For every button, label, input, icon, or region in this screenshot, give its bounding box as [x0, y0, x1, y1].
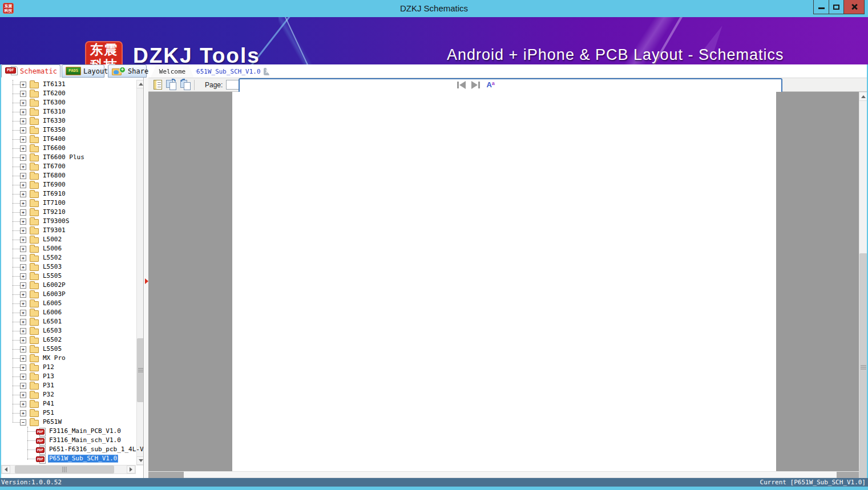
expand-toggle-icon[interactable]: +: [20, 410, 26, 416]
tree-scroll-right-button[interactable]: [127, 465, 135, 473]
tree-folder-row[interactable]: +L5502: [1, 253, 135, 262]
expand-toggle-icon[interactable]: +: [20, 228, 26, 234]
expand-toggle-icon[interactable]: +: [20, 319, 26, 325]
tree-folder-row[interactable]: +P13: [1, 372, 135, 381]
tree-folder-row[interactable]: +IT7100: [1, 199, 135, 208]
single-page-view-button[interactable]: [154, 80, 162, 90]
expand-toggle-icon[interactable]: +: [20, 164, 26, 170]
expand-toggle-icon[interactable]: −: [20, 419, 26, 426]
tree-file-row[interactable]: PDFP651W_Sub_SCH_V1.0: [1, 454, 135, 463]
tree-folder-row[interactable]: +IT6600 Plus: [1, 153, 135, 162]
tree-file-row[interactable]: PDFP651-F6316_sub_pcb_1_4L-V: [1, 445, 135, 454]
tree-folder-row[interactable]: +IT6400: [1, 135, 135, 144]
expand-toggle-icon[interactable]: +: [20, 310, 26, 316]
tree-folder-row[interactable]: +IT9210: [1, 208, 135, 217]
expand-toggle-icon[interactable]: +: [20, 91, 26, 97]
viewer-horizontal-scroll-thumb[interactable]: [148, 472, 184, 478]
viewer-vertical-scroll-thumb[interactable]: [859, 253, 867, 478]
expand-toggle-icon[interactable]: +: [20, 346, 26, 353]
tree-folder-row[interactable]: +IT6131: [1, 80, 135, 89]
tree-folder-row[interactable]: +IT6330: [1, 116, 135, 125]
tree-folder-row[interactable]: −P651W: [1, 418, 135, 427]
title-bar[interactable]: 东震科技 DZKJ Schematics: [0, 0, 868, 17]
close-tab-icon[interactable]: x: [264, 68, 271, 75]
tree-folder-row[interactable]: +IT9301: [1, 226, 135, 235]
tab-share[interactable]: + Share: [108, 64, 147, 78]
doc-tab-welcome[interactable]: Welcome: [151, 65, 194, 78]
minimize-button[interactable]: [813, 0, 829, 14]
tree-scroll-left-button[interactable]: [2, 465, 10, 473]
expand-toggle-icon[interactable]: +: [20, 145, 26, 152]
tree-folder-row[interactable]: +L5002: [1, 235, 135, 244]
tree-folder-row[interactable]: +L6503: [1, 326, 135, 335]
tree-folder-row[interactable]: +P31: [1, 381, 135, 390]
tree-folder-row[interactable]: +IT6350: [1, 125, 135, 135]
tree-folder-row[interactable]: +P41: [1, 399, 135, 408]
tree-vertical-scrollbar[interactable]: [136, 80, 144, 465]
expand-toggle-icon[interactable]: +: [20, 282, 26, 289]
expand-toggle-icon[interactable]: +: [20, 401, 26, 407]
expand-toggle-icon[interactable]: +: [20, 182, 26, 188]
tree-folder-row[interactable]: +P51: [1, 408, 135, 418]
expand-toggle-icon[interactable]: +: [20, 127, 26, 133]
tree-folder-row[interactable]: +IT6300: [1, 98, 135, 107]
tree-folder-row[interactable]: +L5006: [1, 244, 135, 253]
tab-layout[interactable]: PADS Layout: [62, 64, 104, 78]
expand-toggle-icon[interactable]: +: [20, 264, 26, 270]
expand-toggle-icon[interactable]: +: [20, 100, 26, 106]
tree-scroll-down-button[interactable]: [136, 456, 144, 465]
expand-toggle-icon[interactable]: +: [20, 291, 26, 298]
match-case-button[interactable]: Aa: [486, 80, 494, 89]
tree-folder-row[interactable]: +IT6700: [1, 162, 135, 171]
tab-schematic[interactable]: PDF Schematic: [1, 64, 60, 78]
expand-toggle-icon[interactable]: +: [20, 136, 26, 143]
viewer-horizontal-scrollbar[interactable]: [148, 471, 859, 478]
doc-tab-active[interactable]: P651W_Sub_SCH_V1.0 x: [193, 65, 271, 78]
expand-toggle-icon[interactable]: +: [20, 118, 26, 124]
expand-toggle-icon[interactable]: +: [20, 392, 26, 398]
tree-folder-row[interactable]: +L6502: [1, 335, 135, 345]
expand-toggle-icon[interactable]: +: [20, 374, 26, 380]
expand-toggle-icon[interactable]: +: [20, 109, 26, 115]
expand-toggle-icon[interactable]: +: [20, 365, 26, 371]
find-next-button[interactable]: [471, 81, 481, 89]
page-layout-button[interactable]: [166, 80, 176, 90]
tree-folder-row[interactable]: +MX Pro: [1, 354, 135, 363]
tree-folder-row[interactable]: +IT6910: [1, 189, 135, 199]
expand-toggle-icon[interactable]: +: [20, 155, 26, 161]
expand-toggle-icon[interactable]: +: [20, 209, 26, 216]
expand-toggle-icon[interactable]: +: [20, 218, 26, 225]
tree-scroll-up-button[interactable]: [136, 80, 144, 88]
tree-file-row[interactable]: PDFF3116_Main_PCB_V1.0: [1, 427, 135, 436]
expand-toggle-icon[interactable]: +: [20, 246, 26, 252]
close-button[interactable]: [843, 0, 865, 14]
tree-folder-row[interactable]: +L5503: [1, 262, 135, 272]
tree-folder-row[interactable]: +L6002P: [1, 281, 135, 290]
find-previous-button[interactable]: [457, 81, 466, 89]
panel-splitter[interactable]: [144, 78, 148, 478]
maximize-button[interactable]: [829, 0, 844, 14]
tree-folder-row[interactable]: +IT9300S: [1, 217, 135, 226]
tree-folder-row[interactable]: +IT6200: [1, 89, 135, 98]
tree-folder-row[interactable]: +L6006: [1, 308, 135, 317]
tree-folder-row[interactable]: +IT6900: [1, 180, 135, 189]
expand-toggle-icon[interactable]: +: [20, 337, 26, 343]
expand-toggle-icon[interactable]: +: [20, 301, 26, 307]
expand-toggle-icon[interactable]: +: [20, 200, 26, 206]
tree-file-row[interactable]: PDFF3116_Main_sch_V1.0: [1, 436, 135, 445]
expand-toggle-icon[interactable]: +: [20, 383, 26, 389]
tree-folder-row[interactable]: +P12: [1, 363, 135, 372]
expand-toggle-icon[interactable]: +: [20, 255, 26, 261]
tree-folder-row[interactable]: +P32: [1, 390, 135, 399]
expand-toggle-icon[interactable]: +: [20, 328, 26, 334]
expand-toggle-icon[interactable]: +: [20, 355, 26, 362]
tree-folder-row[interactable]: +IT6310: [1, 107, 135, 116]
tree-folder-row[interactable]: +L6005: [1, 299, 135, 308]
tree-folder-row[interactable]: +IT6800: [1, 171, 135, 180]
page-layout-alt-button[interactable]: [180, 80, 191, 90]
tree-folder-row[interactable]: +L6501: [1, 317, 135, 326]
tree-folder-row[interactable]: +L5505: [1, 345, 135, 354]
tree-vertical-scroll-thumb[interactable]: [137, 338, 144, 402]
expand-toggle-icon[interactable]: +: [20, 173, 26, 179]
tree-folder-row[interactable]: +L6003P: [1, 290, 135, 299]
